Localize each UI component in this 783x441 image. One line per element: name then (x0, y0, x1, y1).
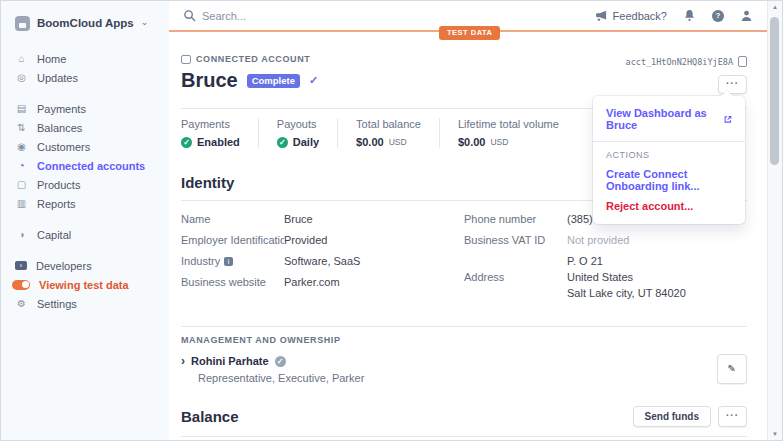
copy-icon[interactable] (738, 56, 747, 67)
management-title: MANAGEMENT AND OWNERSHIP (181, 335, 747, 345)
balance-section: Balance Send funds ··· Total balance $0.… (181, 406, 747, 440)
identity-row-industry: Industryi Software, SaaS (181, 253, 464, 269)
menu-section-header: ACTIONS (593, 148, 745, 164)
identity-row-vat: Business VAT ID Not provided (464, 232, 747, 248)
updates-icon: ◎ (15, 72, 28, 83)
stat-payouts: Payouts ✓Daily (277, 118, 338, 148)
payments-icon: ▤ (15, 103, 28, 114)
person-name: Rohini Parhate (191, 355, 269, 367)
sidebar-item-connected-accounts[interactable]: ◔Connected accounts (15, 158, 169, 173)
account-header: CONNECTED ACCOUNT Bruce Complete ✓ acct_… (181, 54, 747, 94)
sidebar-item-viewing-test-data[interactable]: Viewing test data (15, 277, 169, 292)
actions-popover: View Dashboard as Bruce ACTIONS Create C… (593, 96, 745, 224)
connected-account-overline: CONNECTED ACCOUNT (181, 54, 318, 64)
stat-total-balance: Total balance $0.00USD (356, 118, 440, 148)
menu-divider (593, 141, 745, 142)
menu-item-create-onboarding-link[interactable]: Create Connect Onboarding link... (593, 164, 745, 196)
help-icon[interactable]: ? (712, 10, 724, 22)
developers-terminal-icon: › (15, 261, 27, 270)
scrollbar-thumb[interactable] (770, 17, 779, 165)
workspace-logo-icon (15, 16, 30, 31)
balance-title: Balance (181, 408, 239, 425)
identity-row-website: Business website Parker.com (181, 274, 464, 290)
scroll-up-arrow-icon[interactable]: ▲ (768, 4, 782, 10)
sidebar-item-home[interactable]: ⌂Home (15, 51, 169, 66)
home-icon: ⌂ (15, 53, 28, 64)
sidebar-item-balances[interactable]: ⇅Balances (15, 120, 169, 135)
sidebar-item-payments[interactable]: ▤Payments (15, 101, 169, 116)
send-funds-button[interactable]: Send funds (633, 406, 711, 427)
status-check-icon: ✓ (309, 74, 318, 87)
stat-payments: Payments ✓Enabled (181, 118, 259, 148)
management-section: MANAGEMENT AND OWNERSHIP › Rohini Parhat… (181, 326, 747, 384)
scroll-down-arrow-icon[interactable]: ▼ (768, 431, 782, 437)
identity-row-name: Name Bruce (181, 211, 464, 227)
test-data-badge: TEST DATA (439, 26, 500, 40)
search-bar[interactable] (183, 9, 595, 22)
account-more-button[interactable]: ··· (718, 75, 747, 94)
customers-icon: ◉ (15, 141, 28, 152)
menu-item-view-dashboard[interactable]: View Dashboard as Bruce (593, 100, 745, 138)
storefront-icon (181, 55, 191, 64)
topbar-actions: Feedback? ? (595, 9, 753, 22)
verified-icon: ✓ (275, 356, 286, 367)
workspace-name: BoomCloud Apps (37, 17, 134, 29)
info-icon[interactable]: i (224, 257, 233, 266)
main-content: CONNECTED ACCOUNT Bruce Complete ✓ acct_… (169, 34, 767, 440)
sidebar-item-updates[interactable]: ◎Updates (15, 70, 169, 85)
external-link-icon (724, 115, 732, 124)
reports-icon: ▥ (15, 198, 28, 209)
scrollbar[interactable]: ▲ ▼ (767, 1, 782, 440)
bell-icon[interactable] (683, 9, 696, 22)
gear-icon: ⚙ (15, 298, 28, 309)
account-id: acct_1HtOnN2HQ8iYjE8A (626, 57, 733, 67)
chevron-down-icon: ⌄ (141, 17, 149, 27)
sidebar-item-capital[interactable]: ◑Capital (15, 227, 169, 242)
menu-item-reject-account[interactable]: Reject account... (593, 196, 745, 216)
identity-row-ein: Employer Identification Number Provided (181, 232, 464, 248)
user-avatar-icon[interactable] (740, 9, 753, 22)
sidebar-item-settings[interactable]: ⚙Settings (15, 296, 169, 311)
sidebar-item-customers[interactable]: ◉Customers (15, 139, 169, 154)
check-circle-icon: ✓ (277, 137, 288, 148)
sidebar: BoomCloud Apps ⌄ ⌂Home ◎Updates ▤Payment… (1, 1, 169, 440)
products-icon: ▢ (15, 179, 28, 190)
expand-chevron-icon[interactable]: › (181, 354, 185, 368)
balance-more-button[interactable]: ··· (718, 406, 747, 427)
sidebar-item-developers[interactable]: ›Developers (15, 258, 169, 273)
megaphone-icon (595, 9, 608, 22)
pencil-icon: ✎ (728, 363, 736, 374)
search-input[interactable] (202, 10, 402, 22)
test-data-toggle[interactable] (12, 280, 30, 290)
identity-row-address: Address P. O 21 United States Salt Lake … (464, 253, 747, 301)
feedback-label: Feedback? (613, 10, 667, 22)
sidebar-item-reports[interactable]: ▥Reports (15, 196, 169, 211)
search-icon (183, 9, 196, 22)
page-title: Bruce (181, 69, 238, 92)
edit-person-button[interactable]: ✎ (717, 354, 747, 384)
connected-accounts-icon: ◔ (15, 160, 28, 171)
balances-icon: ⇅ (15, 122, 28, 133)
workspace-switcher[interactable]: BoomCloud Apps ⌄ (15, 13, 169, 33)
capital-icon: ◑ (15, 229, 28, 240)
app-window: BoomCloud Apps ⌄ ⌂Home ◎Updates ▤Payment… (0, 0, 783, 441)
feedback-button[interactable]: Feedback? (595, 9, 667, 22)
check-circle-icon: ✓ (181, 137, 192, 148)
sidebar-item-products[interactable]: ▢Products (15, 177, 169, 192)
sidebar-nav: ⌂Home ◎Updates ▤Payments ⇅Balances ◉Cust… (15, 51, 169, 311)
person-roles: Representative, Executive, Parker (198, 372, 364, 384)
stat-lifetime-volume: Lifetime total volume $0.00USD (458, 118, 577, 148)
status-badge: Complete (247, 74, 300, 88)
